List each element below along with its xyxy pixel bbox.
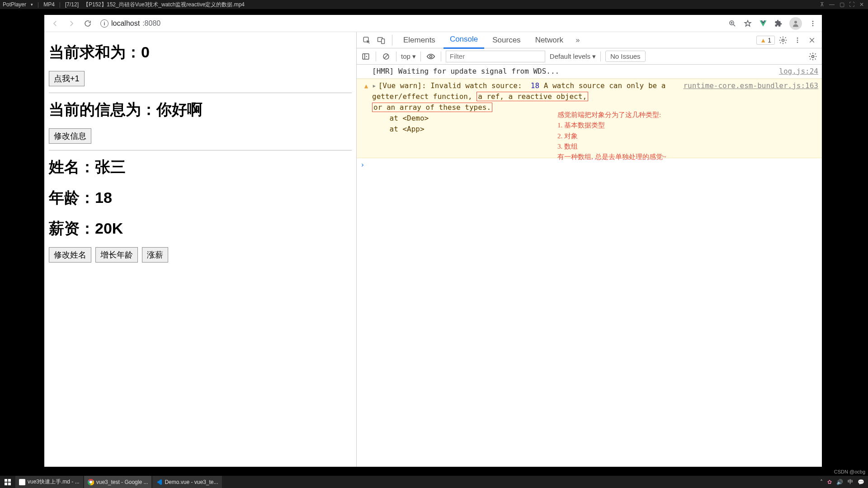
context-selector[interactable]: top▾ <box>401 52 416 61</box>
chevron-down-icon[interactable]: ▾ <box>31 2 33 7</box>
forward-button[interactable] <box>65 17 78 30</box>
separator <box>420 52 421 61</box>
clear-console-icon[interactable] <box>381 51 392 62</box>
console-settings-icon[interactable] <box>807 51 818 62</box>
tray-app-icon[interactable]: ✿ <box>827 479 832 485</box>
edit-name-button[interactable]: 修改姓名 <box>49 247 91 263</box>
watermark: CSDN @ocbg <box>834 469 865 474</box>
live-expression-icon[interactable] <box>425 51 436 62</box>
svg-point-9 <box>797 38 798 39</box>
svg-point-3 <box>812 23 814 24</box>
increment-button[interactable]: 点我+1 <box>49 71 85 86</box>
separator <box>600 52 601 61</box>
notifications-icon[interactable]: 💬 <box>858 479 864 485</box>
separator <box>376 52 376 61</box>
console-output: [HMR] Waiting for update signal from WDS… <box>357 65 822 467</box>
back-button[interactable] <box>49 17 61 30</box>
log-message: ▸[Vue warn]: Invalid watch source: 18 A … <box>372 80 678 156</box>
fullscreen-icon[interactable]: ⛶ <box>848 1 855 8</box>
svg-rect-17 <box>8 479 11 482</box>
svg-rect-16 <box>5 479 7 482</box>
volume-icon[interactable]: 🔊 <box>836 479 843 485</box>
tab-sources[interactable]: Sources <box>486 32 527 48</box>
system-tray: ˄ ✿ 🔊 中 💬 <box>816 478 868 486</box>
tab-console[interactable]: Console <box>443 31 484 49</box>
separator <box>441 52 441 61</box>
address-bar[interactable]: i localhost:8080 <box>100 19 160 28</box>
vue-devtools-icon[interactable] <box>759 19 768 28</box>
url-host: localhost <box>111 19 140 28</box>
page-content: 当前求和为：0 点我+1 当前的信息为：你好啊 修改信息 姓名：张三 年龄：18… <box>44 32 356 467</box>
app-name[interactable]: PotPlayer <box>3 1 26 8</box>
increase-age-button[interactable]: 增长年龄 <box>95 247 138 263</box>
log-source-link[interactable]: runtime-core.esm-bundler.js:163 <box>683 80 818 156</box>
highlight-box: a ref, a reactive object, <box>476 92 588 101</box>
svg-point-8 <box>782 39 784 41</box>
raise-salary-button[interactable]: 涨薪 <box>142 247 168 263</box>
warning-count-badge[interactable]: ▲1 <box>756 36 775 45</box>
console-sidebar-toggle-icon[interactable] <box>360 51 371 62</box>
separator <box>392 35 392 46</box>
taskbar-item[interactable]: vue3快速上手.md - ... <box>15 476 83 488</box>
edit-message-button[interactable]: 修改信息 <box>49 128 91 144</box>
log-source-link[interactable]: log.js:24 <box>779 66 818 77</box>
chrome-menu-icon[interactable] <box>808 19 817 28</box>
sum-heading: 当前求和为：0 <box>49 42 352 63</box>
site-info-icon[interactable]: i <box>100 19 108 28</box>
devtools-panel: Elements Console Sources Network » ▲1 <box>356 32 822 467</box>
msg-heading: 当前的信息为：你好啊 <box>49 99 352 120</box>
log-entry: [HMR] Waiting for update signal from WDS… <box>357 65 822 79</box>
playlist-index: [7/12] <box>65 1 79 8</box>
chevron-down-icon: ▾ <box>412 52 416 61</box>
tray-expand-icon[interactable]: ˄ <box>820 479 823 485</box>
chrome-toolbar: i localhost:8080 <box>44 15 822 32</box>
video-title: 【P152】152_尚硅谷Vue3技术_watch监视reactive定义的数据… <box>83 1 245 9</box>
close-icon[interactable]: ✕ <box>858 1 865 8</box>
start-button[interactable] <box>0 479 15 485</box>
extensions-icon[interactable] <box>774 19 783 28</box>
chrome-icon <box>88 479 94 485</box>
windows-taskbar: vue3快速上手.md - ... vue3_test - Google ...… <box>0 476 868 488</box>
settings-icon[interactable] <box>777 34 789 47</box>
kebab-menu-icon[interactable] <box>791 34 804 47</box>
video-area: i localhost:8080 当前求和为：0 点我+1 当前的信息为：你好啊… <box>0 9 868 476</box>
svg-point-14 <box>429 55 432 57</box>
zoom-icon[interactable] <box>728 19 737 28</box>
svg-point-11 <box>797 42 798 43</box>
maximize-icon[interactable]: ▢ <box>838 1 845 8</box>
potplayer-titlebar: PotPlayer ▾ | MP4 | [7/12] 【P152】152_尚硅谷… <box>0 0 868 9</box>
inspect-icon[interactable] <box>360 34 373 47</box>
highlight-box: or an array of these types. <box>372 103 492 112</box>
tab-network[interactable]: Network <box>529 32 570 48</box>
expand-icon[interactable]: ▸ <box>372 81 377 90</box>
bookmark-icon[interactable] <box>743 19 752 28</box>
separator <box>396 52 396 61</box>
more-tabs-icon[interactable]: » <box>571 34 584 47</box>
svg-rect-12 <box>363 54 369 59</box>
typora-icon <box>19 479 25 485</box>
warning-icon: ▲ <box>760 37 766 44</box>
issues-button[interactable]: No Issues <box>605 51 646 62</box>
tab-elements[interactable]: Elements <box>397 32 442 48</box>
minimize-icon[interactable]: — <box>828 1 835 8</box>
reload-button[interactable] <box>81 17 94 30</box>
pin-icon[interactable]: ⊼ <box>818 1 826 8</box>
svg-rect-7 <box>382 39 385 44</box>
svg-point-2 <box>812 21 814 22</box>
chevron-down-icon: ▾ <box>592 52 596 61</box>
separator: | <box>59 1 61 8</box>
taskbar-item[interactable]: vue3_test - Google ... <box>84 476 152 488</box>
close-devtools-icon[interactable] <box>806 34 818 47</box>
svg-point-4 <box>812 25 814 26</box>
log-levels-selector[interactable]: Default levels▾ <box>550 52 596 61</box>
taskbar-item[interactable]: Demo.vue - vue3_te... <box>152 476 222 488</box>
warning-icon: ▲ <box>364 82 368 89</box>
profile-avatar[interactable] <box>789 17 802 30</box>
svg-point-10 <box>797 39 798 41</box>
filter-input[interactable] <box>446 51 545 62</box>
name-heading: 姓名：张三 <box>49 157 352 178</box>
chrome-window: i localhost:8080 当前求和为：0 点我+1 当前的信息为：你好啊… <box>44 15 822 467</box>
ime-indicator[interactable]: 中 <box>848 478 853 486</box>
device-toggle-icon[interactable] <box>375 34 387 47</box>
salary-heading: 薪资：20K <box>49 218 352 239</box>
